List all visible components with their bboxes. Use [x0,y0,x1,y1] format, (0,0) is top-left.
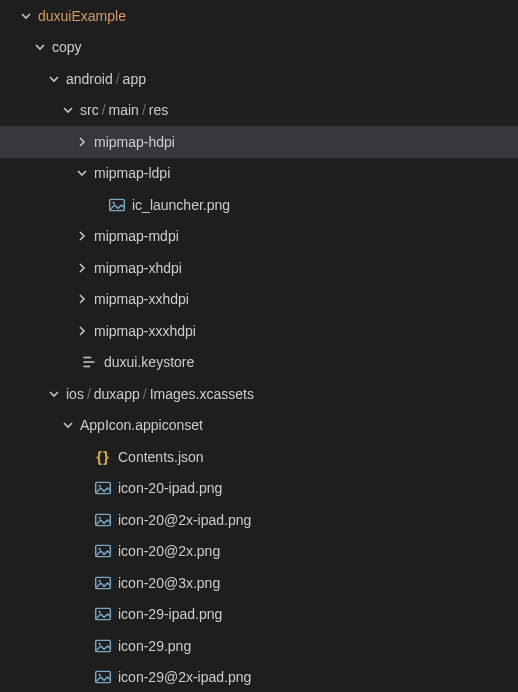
image-file-icon [94,574,112,592]
path-segment: res [149,102,168,118]
tree-row-label: android/app [66,71,146,87]
path-segment: duxuiExample [38,8,126,24]
path-separator: / [113,71,123,87]
tree-row-label: icon-29-ipad.png [118,606,222,622]
tree-row-label: src/main/res [80,102,168,118]
svg-point-14 [99,611,101,613]
tree-row-label: icon-20@2x-ipad.png [118,512,251,528]
path-segment: ios [66,386,84,402]
tree-row-label: mipmap-ldpi [94,165,170,181]
tree-row-label: duxui.keystore [104,354,194,370]
tree-row[interactable]: mipmap-xxxhdpi [0,315,518,347]
chevron-right-icon[interactable] [74,228,90,244]
keystore-file-icon [80,353,98,371]
tree-row-label: copy [52,39,82,55]
path-segment: mipmap-ldpi [94,165,170,181]
path-segment: icon-20@2x.png [118,543,220,559]
path-segment: duxui.keystore [104,354,194,370]
tree-row[interactable]: duxuiExample [0,0,518,32]
chevron-down-icon[interactable] [46,71,62,87]
path-segment: mipmap-xxxhdpi [94,323,196,339]
tree-row[interactable]: icon-20@2x-ipad.png [0,504,518,536]
path-segment: icon-20@2x-ipad.png [118,512,251,528]
chevron-down-icon[interactable] [46,386,62,402]
file-tree: duxuiExamplecopyandroid/appsrc/main/resm… [0,0,518,692]
chevron-down-icon[interactable] [32,39,48,55]
image-file-icon [94,542,112,560]
tree-row-label: mipmap-hdpi [94,134,175,150]
tree-row[interactable]: ios/duxapp/Images.xcassets [0,378,518,410]
path-segment: mipmap-xxhdpi [94,291,189,307]
tree-row[interactable]: mipmap-xxhdpi [0,284,518,316]
chevron-down-icon[interactable] [74,165,90,181]
tree-row[interactable]: icon-20@2x.png [0,536,518,568]
image-file-icon [94,479,112,497]
tree-row-label: duxuiExample [38,8,126,24]
tree-row[interactable]: mipmap-ldpi [0,158,518,190]
tree-row-label: icon-20@2x.png [118,543,220,559]
path-segment: icon-29@2x-ipad.png [118,669,251,685]
tree-row[interactable]: src/main/res [0,95,518,127]
path-segment: copy [52,39,82,55]
path-separator: / [139,102,149,118]
path-segment: main [109,102,139,118]
tree-row[interactable]: mipmap-hdpi [0,126,518,158]
svg-point-18 [99,674,101,676]
path-segment: AppIcon.appiconset [80,417,203,433]
svg-point-12 [99,580,101,582]
chevron-right-icon[interactable] [74,260,90,276]
path-separator: / [99,102,109,118]
tree-row-label: icon-29@2x-ipad.png [118,669,251,685]
tree-row-label: icon-20@3x.png [118,575,220,591]
path-segment: src [80,102,99,118]
path-segment: mipmap-hdpi [94,134,175,150]
path-segment: ic_launcher.png [132,197,230,213]
image-file-icon [108,196,126,214]
tree-row[interactable]: copy [0,32,518,64]
tree-row[interactable]: icon-29.png [0,630,518,662]
tree-row[interactable]: {}Contents.json [0,441,518,473]
svg-point-1 [113,202,115,204]
chevron-right-icon[interactable] [74,291,90,307]
path-segment: duxapp [94,386,140,402]
path-segment: Contents.json [118,449,204,465]
svg-point-16 [99,643,101,645]
image-file-icon [94,605,112,623]
image-file-icon [94,668,112,686]
tree-row[interactable]: duxui.keystore [0,347,518,379]
tree-row-label: mipmap-mdpi [94,228,179,244]
chevron-down-icon[interactable] [60,417,76,433]
tree-row[interactable]: icon-29-ipad.png [0,599,518,631]
tree-row-label: icon-29.png [118,638,191,654]
tree-row[interactable]: ic_launcher.png [0,189,518,221]
path-segment: mipmap-mdpi [94,228,179,244]
chevron-right-icon[interactable] [74,323,90,339]
image-file-icon [94,511,112,529]
path-segment: mipmap-xhdpi [94,260,182,276]
image-file-icon [94,637,112,655]
path-segment: icon-20-ipad.png [118,480,222,496]
path-segment: android [66,71,113,87]
tree-row-label: mipmap-xxhdpi [94,291,189,307]
tree-row-label: Contents.json [118,449,204,465]
tree-row-label: AppIcon.appiconset [80,417,203,433]
tree-row[interactable]: icon-20-ipad.png [0,473,518,505]
path-separator: / [140,386,150,402]
tree-row-label: icon-20-ipad.png [118,480,222,496]
tree-row[interactable]: mipmap-mdpi [0,221,518,253]
path-segment: Images.xcassets [150,386,254,402]
tree-row[interactable]: icon-20@3x.png [0,567,518,599]
tree-row-label: ios/duxapp/Images.xcassets [66,386,254,402]
chevron-down-icon[interactable] [60,102,76,118]
tree-row[interactable]: icon-29@2x-ipad.png [0,662,518,693]
chevron-down-icon[interactable] [18,8,34,24]
path-separator: / [84,386,94,402]
chevron-right-icon[interactable] [74,134,90,150]
tree-row[interactable]: AppIcon.appiconset [0,410,518,442]
tree-row-label: mipmap-xxxhdpi [94,323,196,339]
tree-row[interactable]: mipmap-xhdpi [0,252,518,284]
tree-row-label: ic_launcher.png [132,197,230,213]
svg-point-8 [99,517,101,519]
path-segment: app [123,71,146,87]
tree-row[interactable]: android/app [0,63,518,95]
